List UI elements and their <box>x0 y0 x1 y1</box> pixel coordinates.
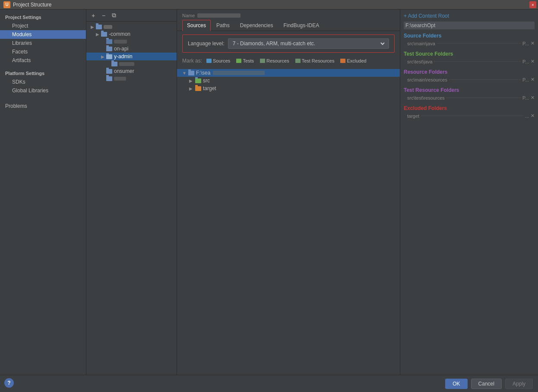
excluded-folder-x-0[interactable]: ... <box>525 113 529 119</box>
tests-badge-icon <box>236 59 241 63</box>
sources-badge-icon <box>206 59 212 63</box>
add-module-button[interactable]: + <box>89 11 98 20</box>
ok-button[interactable]: OK <box>445 379 467 389</box>
test-source-folder-path-0: src\test\java <box>407 59 433 64</box>
sidebar-item-modules[interactable]: Modules <box>0 30 86 39</box>
tree-arrow-on-api <box>100 46 105 51</box>
tree-item-d[interactable]: ▶ <box>86 23 177 30</box>
language-level-select[interactable]: 7 - Diamonds, ARM, multi-catch etc. 1 - … <box>228 38 389 49</box>
ftree-item-target[interactable]: ▶ target <box>177 85 400 92</box>
resources-badge-icon <box>260 59 265 63</box>
tree-item-main[interactable] <box>86 75 177 82</box>
mark-excluded-badge[interactable]: Excluded <box>339 58 368 64</box>
sidebar-item-problems[interactable]: Problems <box>0 102 86 110</box>
info-dots-test-0 <box>434 61 521 62</box>
tests-badge-label: Tests <box>243 58 254 63</box>
info-section-excluded-folders: Excluded Folders target ... ✕ <box>404 105 535 119</box>
help-icon[interactable]: ? <box>4 378 14 388</box>
sidebar-item-project[interactable]: Project <box>0 22 86 30</box>
tree-label-api <box>114 40 127 44</box>
language-level-label: Language level: <box>188 41 225 47</box>
excluded-folder-remove-0[interactable]: ✕ <box>531 113 535 119</box>
test-source-folder-remove-0[interactable]: ✕ <box>531 59 535 64</box>
apply-button[interactable]: Apply <box>505 379 533 389</box>
source-folders-title: Source Folders <box>404 33 535 39</box>
test-source-folder-item-0: src\test\java P... ✕ <box>404 58 535 65</box>
tree-arrow-admin2 <box>105 61 111 66</box>
tree-item-common[interactable]: ▶ -common <box>86 30 177 38</box>
app-icon: U <box>3 1 10 8</box>
source-folder-x-0[interactable]: P... <box>522 41 529 46</box>
mark-tests-badge[interactable]: Tests <box>234 58 256 64</box>
title-bar: U Project Structure × <box>0 0 538 9</box>
content-area: Name Sources Paths Dependencies FindBugs… <box>177 9 400 375</box>
folder-icon-admin2 <box>111 62 117 66</box>
tree-label-common: -common <box>109 31 130 37</box>
resource-folder-item-0: src\main\resources P... ✕ <box>404 76 535 83</box>
resource-folder-remove-0[interactable]: ✕ <box>531 77 535 82</box>
resources-badge-label: Resources <box>266 58 289 63</box>
mark-resources-badge[interactable]: Resources <box>258 58 291 64</box>
tab-paths[interactable]: Paths <box>212 20 234 31</box>
ftree-arrow-src: ▶ <box>189 78 194 83</box>
tab-dependencies[interactable]: Dependencies <box>235 20 278 31</box>
tree-arrow-api <box>100 39 105 44</box>
source-folder-remove-0[interactable]: ✕ <box>531 41 535 46</box>
tree-arrow-main <box>100 76 105 81</box>
cancel-button[interactable]: Cancel <box>471 379 502 389</box>
info-section-test-source-folders: Test Source Folders src\test\java P... ✕ <box>404 51 535 65</box>
resource-folder-x-0[interactable]: P... <box>522 77 529 82</box>
add-content-root-button[interactable]: + Add Content Root <box>404 13 535 19</box>
ftree-item-src[interactable]: ▶ src <box>177 77 400 85</box>
folder-icon-on-api <box>106 47 112 51</box>
tab-findbugs[interactable]: FindBugs-IDEA <box>278 20 324 31</box>
test-resource-folder-remove-0[interactable]: ✕ <box>531 95 535 100</box>
test-resource-folder-x-0[interactable]: P... <box>522 95 529 100</box>
ftree-folder-src <box>195 78 201 83</box>
sidebar-item-global-libraries[interactable]: Global Libraries <box>0 86 86 95</box>
close-button[interactable]: × <box>529 1 536 8</box>
excluded-badge-icon <box>340 59 345 63</box>
tree-label-admin2 <box>119 62 134 66</box>
mark-test-resources-badge[interactable]: Test Resources <box>294 58 336 64</box>
sidebar-item-facets[interactable]: Facets <box>0 47 86 56</box>
tab-sources[interactable]: Sources <box>182 20 211 31</box>
tree-item-admin2[interactable] <box>86 60 177 67</box>
tree-arrow-common: ▶ <box>95 31 100 37</box>
module-tree-content: ▶ ▶ -common on-api <box>86 22 177 375</box>
resource-folder-path-0: src\main\resources <box>407 77 447 82</box>
test-resource-folder-item-0: src\test\resources P... ✕ <box>404 94 535 101</box>
tree-item-consumer[interactable]: onsumer <box>86 67 177 75</box>
ftree-label-fsea: F:\sea <box>196 70 210 76</box>
tree-arrow-consumer <box>100 69 105 74</box>
test-source-folder-x-0[interactable]: P... <box>522 59 529 64</box>
source-folder-item-0: src\main\java P... ✕ <box>404 40 535 47</box>
main-container: Project Settings Project Modules Librari… <box>0 9 538 375</box>
excluded-folders-title: Excluded Folders <box>404 105 535 111</box>
sidebar-item-libraries[interactable]: Libraries <box>0 39 86 47</box>
tree-item-admin[interactable]: ▶ y-admin <box>86 53 177 60</box>
remove-module-button[interactable]: − <box>99 11 108 20</box>
content-root-path: F:\searchOpt <box>405 22 533 28</box>
tree-item-on-api[interactable]: on-api <box>86 45 177 53</box>
module-tree-panel: + − ⧉ ▶ ▶ -common <box>86 9 177 375</box>
folder-icon-common <box>101 32 107 37</box>
ftree-folder-target <box>195 86 201 91</box>
test-resource-folder-path-0: src\test\resources <box>407 95 445 100</box>
ftree-item-fsea[interactable]: ▼ F:\sea <box>177 69 400 77</box>
language-level-dropdown[interactable]: 7 - Diamonds, ARM, multi-catch etc. 1 - … <box>231 40 386 47</box>
mark-sources-badge[interactable]: Sources <box>205 58 232 64</box>
ftree-label-fsea-suffix <box>213 71 265 75</box>
name-label: Name <box>182 13 195 18</box>
ftree-arrow-target: ▶ <box>189 86 194 91</box>
copy-module-button[interactable]: ⧉ <box>110 11 118 20</box>
excluded-folder-path-0: target <box>407 113 419 119</box>
sidebar-item-sdks[interactable]: SDKs <box>0 78 86 86</box>
tree-item-api[interactable] <box>86 38 177 45</box>
info-dots-exc-0 <box>421 116 523 116</box>
module-name-blurred <box>197 13 241 18</box>
sidebar-item-artifacts[interactable]: Artifacts <box>0 56 86 65</box>
sidebar: Project Settings Project Modules Librari… <box>0 9 86 375</box>
info-section-resource-folders: Resource Folders src\main\resources P...… <box>404 69 535 83</box>
test-source-folders-title: Test Source Folders <box>404 51 535 57</box>
